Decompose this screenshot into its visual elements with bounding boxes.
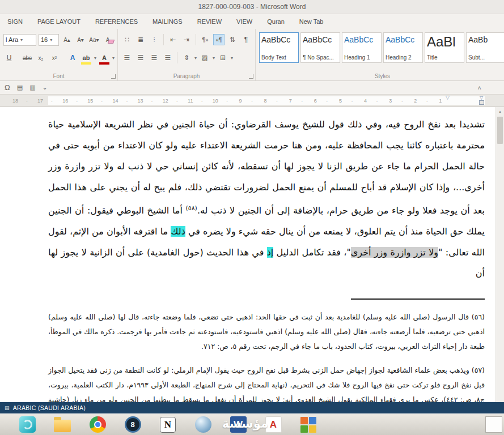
taskbar-grid-app[interactable] [299,416,317,434]
ruler-number: 10 [211,98,219,104]
taskbar-ring-app[interactable]: 8 [124,416,142,434]
taskbar-word[interactable]: W [229,416,247,434]
footnote-57[interactable]: (٥٧) ويذهب بعض علماء الشافعية لجواز إجها… [48,363,485,402]
divider [177,52,177,63]
justify-button[interactable]: ☰ [162,52,173,63]
style-body-text[interactable]: AaBbCc Body Text [259,32,299,63]
line-spacing-button[interactable]: ⇕ [181,52,192,63]
body-paragraph[interactable]: تشديدا بعد نفخ الروح فيه، وفي ذلك قول لل… [48,114,485,284]
rtl-direction-button[interactable]: «¶ [213,34,225,45]
ruler-number: 8 [261,98,269,104]
taskbar-chrome[interactable] [88,416,107,434]
window-title: 1827-000-009-003 - Microsoft Word [198,3,306,11]
numbering-button[interactable]: ≣ [135,34,146,45]
strikethrough-button[interactable]: abc [22,52,33,63]
ruler-number: 14 [111,98,119,104]
omega-symbol-icon[interactable]: Ω [5,83,10,92]
taskbar-acrobat[interactable]: A [264,416,282,434]
divider [163,34,164,45]
borders-button[interactable]: ⊞ [217,52,228,63]
chevron-down-icon[interactable]: ▾ [231,56,233,61]
ribbon-tab[interactable]: MAILINGS [145,18,190,25]
style-name: Heading 1 [344,54,379,61]
indent-box-marker[interactable] [479,100,484,105]
decrease-indent-button[interactable]: ⇤ [167,34,179,45]
style-heading-1[interactable]: AaBbCc Heading 1 [342,32,382,63]
align-right-button[interactable]: ☰ [149,52,160,63]
ltr-direction-button[interactable]: ¶» [200,34,211,45]
document-area[interactable]: تشديدا بعد نفخ الروح فيه، وفي ذلك قول لل… [0,107,504,402]
ribbon-tab[interactable]: New Tab [292,18,331,25]
ribbon-tab[interactable]: SIGN [0,18,30,25]
columns-icon[interactable]: ▥ [29,84,35,91]
shading-button[interactable]: ▨ [199,52,210,63]
taskbar-notion-app[interactable]: N [159,416,177,434]
style-subtitle[interactable]: AaBb Subt... [466,32,504,63]
language-indicator[interactable]: ARABIC (SAUDI ARABIA) [13,404,86,411]
paragraph-group: ∷ ≣ ⫶ ⇤ ⇥ ¶» «¶ ⇅ ¶ ☰ ☰ ☰ ☰ ⇕ ▾ ▨ [118,29,256,80]
chevron-down-icon[interactable]: ▾ [213,56,215,61]
align-left-button[interactable]: ☰ [121,52,133,63]
taskbar-blue-orb-app[interactable] [194,416,212,434]
divider [196,34,196,45]
word-icon: W [230,416,247,433]
ruler-number: 7 [286,98,294,104]
footnote-56[interactable]: (٥٦) قال الرسول (صلى الله عليه وسلم) للغ… [48,310,485,354]
style-title[interactable]: AaBl Title [425,32,464,63]
shrink-font-button[interactable]: A▾ [75,34,86,45]
style-heading-2[interactable]: AaBbCc Heading 2 [383,32,423,63]
ribbon-tab[interactable]: REFERENCES [88,18,145,25]
list-icon[interactable]: ▤ [17,84,23,91]
ribbon-tab[interactable]: Quran [260,18,292,25]
taskbar-graphics-app[interactable] [18,416,36,434]
chevron-down-icon[interactable]: ▾ [112,56,115,61]
chevron-down-icon[interactable]: ▾ [94,56,96,61]
font-dialog-launcher-icon[interactable] [111,74,116,79]
ruler-number: 11 [187,98,194,104]
superscript-button[interactable]: x² [49,52,60,63]
vertical-scrollbar[interactable]: ▴ [495,107,504,402]
increase-indent-button[interactable]: ⇥ [181,34,192,45]
body-text: تشديدا بعد نفخ الروح فيه، وفي ذلك قول لل… [48,119,485,216]
hanging-indent-marker[interactable]: ▽ [480,95,483,100]
first-line-indent-marker[interactable]: ▽ [446,95,450,100]
bullets-button[interactable]: ∷ [121,34,133,45]
collapse-ribbon-icon[interactable]: ˄ [478,84,481,91]
underline-button[interactable]: U [3,52,15,63]
dropdown-chevron-icon[interactable]: ⌄ [43,84,48,91]
ribbon-tab[interactable]: PAGE LAYOUT [30,18,88,25]
multilevel-list-button[interactable]: ⫶ [149,34,160,45]
proofing-icon[interactable]: ▤ [5,405,10,411]
grow-font-button[interactable]: A▴ [61,34,73,45]
chevron-down-icon[interactable]: ▾ [194,56,197,61]
taskbar: 8 N W A مؤسسة [0,413,504,435]
grid-app-icon [300,417,316,433]
change-case-button[interactable]: Aa▾ [88,34,100,45]
subscript-button[interactable]: x₂ [35,52,46,63]
style-no-spacing[interactable]: AaBbCc ¶ No Spac... [300,32,340,63]
ribbon-tab[interactable]: REVIEW [190,18,229,25]
scrollbar-thumb[interactable] [497,117,503,144]
ribbon-tab[interactable]: VIEW [229,18,260,25]
highlighted-word: ذلك [171,226,185,237]
ruler-number: 18 [11,98,19,104]
ruler-number: 2 [412,98,420,104]
horizontal-ruler[interactable]: 181716151413121110987654321 ▽ ▽ [0,95,504,107]
font-name-combo[interactable]: l Ara ▾ [3,34,36,46]
show-formatting-marks-button[interactable]: ¶ [240,34,252,45]
styles-gallery: AaBbCc Body Text AaBbCc ¶ No Spac... AaB… [259,32,504,63]
clear-formatting-button[interactable]: A [102,34,113,45]
ruler-number: 4 [362,98,370,104]
system-tray[interactable] [485,416,502,433]
scroll-up-icon[interactable]: ▴ [496,107,504,116]
text-effects-button[interactable]: A [67,52,78,63]
taskbar-file-explorer[interactable] [53,416,71,434]
sort-button[interactable]: ⇅ [227,34,238,45]
footnote-separator [351,298,485,300]
font-color-button[interactable]: A [99,52,110,63]
align-center-button[interactable]: ☰ [135,52,146,63]
paragraph-dialog-launcher-icon[interactable] [249,74,253,79]
style-name: Body Text [261,54,297,61]
text-highlight-button[interactable]: ab [81,52,92,63]
font-size-combo[interactable]: 16 ▾ [39,34,59,46]
